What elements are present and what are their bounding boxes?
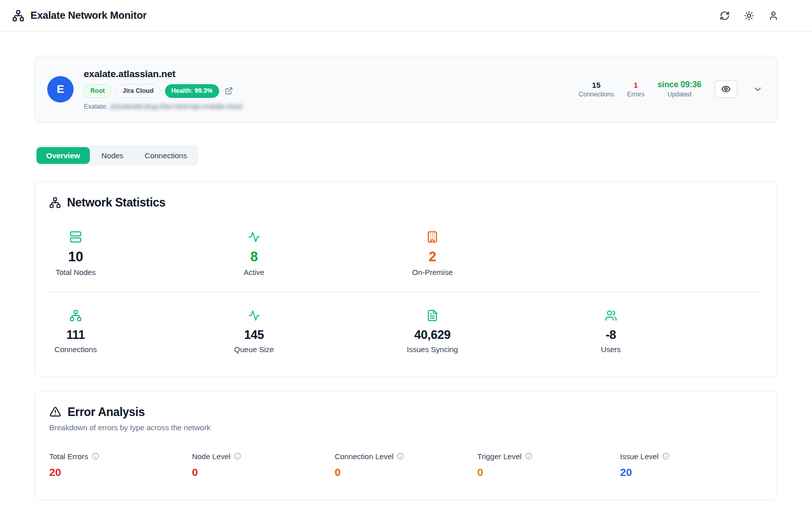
error-item-issue-level: Issue Level 20	[620, 452, 763, 478]
error-label: Issue Level	[620, 452, 659, 461]
metric-errors: 1 Errors	[627, 81, 645, 98]
node-info: exalate.atlassian.net Root Jira Cloud He…	[84, 68, 568, 110]
network-statistics-title: Network Statistics	[67, 196, 165, 210]
main-content: E exalate.atlassian.net Root Jira Cloud …	[35, 31, 777, 518]
eye-icon	[721, 84, 731, 94]
info-icon	[662, 453, 669, 460]
stat-value: 111	[66, 328, 85, 342]
info-button[interactable]	[234, 453, 241, 460]
stat-label: Issues Syncing	[407, 345, 458, 354]
stat-value: 40,629	[414, 328, 451, 342]
app-title: Exalate Network Monitor	[30, 10, 147, 21]
info-button[interactable]	[92, 453, 99, 460]
tab-overview[interactable]: Overview	[37, 147, 90, 164]
theme-toggle-button[interactable]	[741, 8, 757, 24]
view-tabs: Overview Nodes Connections	[35, 145, 198, 166]
stat-label: Active	[244, 268, 264, 277]
node-avatar: E	[47, 76, 74, 102]
error-label: Connection Level	[334, 452, 393, 461]
error-analysis-subtitle: Breakdown of errors by type across the n…	[49, 423, 763, 432]
error-value: 0	[334, 466, 477, 478]
metric-connections: 15 Connections	[579, 81, 614, 98]
user-menu-button[interactable]	[765, 8, 782, 24]
stats-row-1: 10 Total Nodes 8 Active 2 On-Premise	[49, 231, 763, 277]
metric-label: Errors	[627, 91, 645, 98]
stat-value: 145	[244, 328, 264, 342]
watch-button[interactable]	[715, 80, 737, 98]
error-label-row: Connection Level	[334, 452, 477, 461]
node-metrics: 15 Connections 1 Errors since 09:36 Upda…	[579, 80, 765, 98]
error-label-row: Total Errors	[49, 452, 192, 461]
exalate-label: Exalate:	[84, 102, 108, 110]
external-link-button[interactable]	[224, 86, 234, 96]
error-item-connection-level: Connection Level 0	[334, 452, 477, 478]
refresh-button[interactable]	[717, 8, 733, 24]
metric-updated: since 09:36 Updated	[658, 80, 701, 98]
file-text-icon	[426, 309, 438, 322]
stat-connections: 111 Connections	[49, 309, 102, 354]
stat-label: Connections	[54, 345, 96, 354]
error-label-row: Issue Level	[620, 452, 763, 461]
stat-users: -8 Users	[585, 309, 637, 354]
expand-node-button[interactable]	[751, 82, 765, 96]
error-value: 20	[49, 466, 192, 478]
metric-label: Updated	[658, 91, 701, 98]
metric-value: since 09:36	[658, 80, 701, 89]
platform-badge: Jira Cloud	[116, 84, 160, 98]
info-button[interactable]	[397, 453, 404, 460]
info-button[interactable]	[525, 453, 532, 460]
stat-issues-syncing: 40,629 Issues Syncing	[406, 309, 459, 354]
tab-connections[interactable]: Connections	[135, 147, 196, 164]
stat-label: Total Nodes	[55, 268, 95, 277]
stat-queue-size: 145 Queue Size	[228, 309, 281, 354]
users-icon	[605, 309, 617, 322]
external-link-icon	[225, 87, 233, 95]
error-analysis-card: Error Analysis Breakdown of errors by ty…	[35, 391, 777, 500]
info-icon	[397, 453, 404, 460]
stats-row-2: 111 Connections 145 Queue Size 40,629 Is…	[49, 309, 763, 354]
stat-value: 2	[429, 249, 436, 265]
root-badge: Root	[84, 84, 111, 98]
stat-value: -8	[605, 328, 616, 342]
network-icon	[12, 10, 24, 22]
info-icon	[234, 453, 241, 460]
stat-label: Users	[601, 345, 621, 354]
stat-value: 8	[250, 249, 258, 265]
metric-value: 1	[627, 81, 645, 89]
error-analysis-header: Error Analysis	[49, 405, 763, 419]
stat-active: 8 Active	[228, 231, 281, 277]
building-icon	[426, 231, 438, 243]
error-label-row: Trigger Level	[478, 452, 620, 461]
error-analysis-title: Error Analysis	[67, 405, 145, 419]
network-statistics-card: Network Statistics 10 Total Nodes 8 Acti…	[35, 181, 777, 377]
stat-total-nodes: 10 Total Nodes	[49, 231, 102, 277]
stat-on-premise: 2 On-Premise	[406, 231, 459, 277]
stats-divider	[49, 292, 763, 292]
info-button[interactable]	[662, 453, 669, 460]
sun-icon	[744, 11, 754, 21]
tab-nodes[interactable]: Nodes	[92, 147, 133, 164]
app-brand: Exalate Network Monitor	[12, 10, 147, 22]
node-badges: Root Jira Cloud Health: 99.3%	[84, 84, 568, 98]
stat-label: Queue Size	[234, 345, 274, 354]
error-value: 0	[478, 466, 620, 478]
app-header: Exalate Network Monitor	[0, 0, 812, 31]
user-icon	[768, 11, 779, 21]
stat-label: On-Premise	[412, 268, 453, 277]
metric-value: 15	[579, 81, 614, 89]
error-item-total: Total Errors 20	[49, 452, 192, 478]
error-value: 20	[620, 466, 763, 478]
error-value: 0	[192, 466, 334, 478]
network-icon	[49, 197, 61, 209]
error-label-row: Node Level	[192, 452, 334, 461]
exalate-url-blurred: jcloudnode-jhug-zhex-bhof-tqio.exalate.c…	[111, 102, 242, 110]
error-item-trigger-level: Trigger Level 0	[478, 452, 620, 478]
chevron-down-icon	[753, 84, 763, 94]
info-icon	[92, 453, 99, 460]
error-item-node-level: Node Level 0	[192, 452, 334, 478]
server-icon	[70, 231, 82, 243]
info-icon	[525, 453, 532, 460]
warning-triangle-icon	[49, 406, 61, 418]
error-grid: Total Errors 20 Node Level 0 C	[49, 452, 763, 478]
node-title: exalate.atlassian.net	[84, 68, 568, 80]
